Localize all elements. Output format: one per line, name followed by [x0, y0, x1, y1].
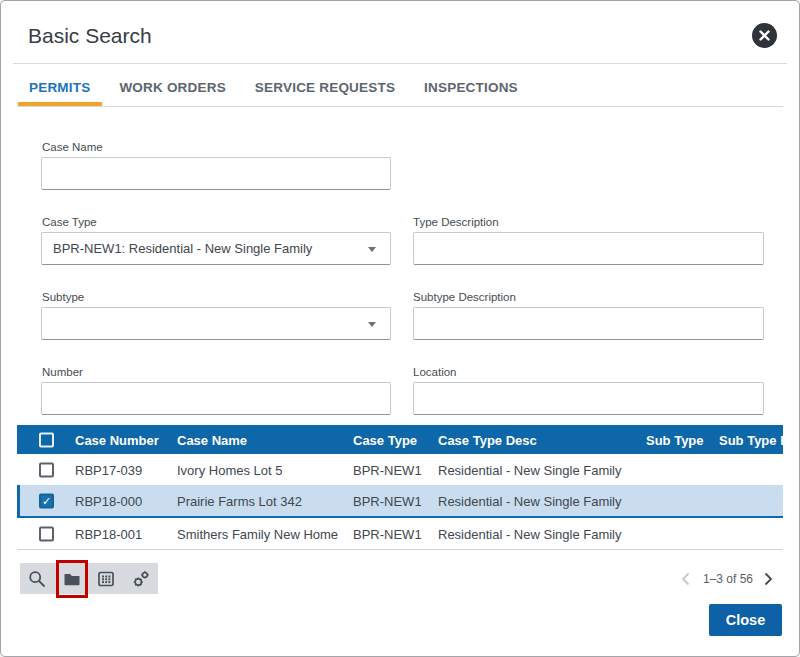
case-type-select[interactable]: BPR-NEW1: Residential - New Single Famil…	[41, 232, 391, 265]
close-icon[interactable]	[752, 23, 777, 48]
tab-permits[interactable]: PERMITS	[29, 80, 90, 95]
cell-case-number: RBP18-000	[75, 493, 142, 508]
table-row[interactable]: RBP18-001 Smithers Family New Home BPR-N…	[17, 518, 783, 549]
case-name-input[interactable]	[41, 157, 391, 190]
tab-inspections[interactable]: INSPECTIONS	[424, 80, 518, 95]
cell-case-type: BPR-NEW1	[353, 493, 422, 508]
case-type-selected-value: BPR-NEW1: Residential - New Single Famil…	[53, 241, 312, 256]
page-title: Basic Search	[28, 24, 152, 48]
gears-icon[interactable]	[132, 570, 150, 588]
subtype-description-input[interactable]	[413, 307, 764, 340]
column-header-sub-type: Sub Type	[646, 432, 704, 447]
results-toolbar	[20, 563, 158, 594]
table-row[interactable]: RBP17-039 Ivory Homes Lot 5 BPR-NEW1 Res…	[17, 454, 783, 485]
basic-search-dialog: Basic Search PERMITS WORK ORDERS SERVICE…	[0, 0, 800, 657]
column-header-case-type-desc: Case Type Desc	[438, 432, 537, 447]
row-checkbox[interactable]	[39, 493, 54, 508]
cell-case-type-desc: Residential - New Single Family	[438, 462, 622, 477]
results-table: Case Number Case Name Case Type Case Typ…	[17, 425, 783, 550]
cell-case-type: BPR-NEW1	[353, 526, 422, 541]
next-page-icon[interactable]	[764, 572, 775, 586]
tab-service-requests[interactable]: SERVICE REQUESTS	[255, 80, 395, 95]
row-checkbox[interactable]	[39, 462, 54, 477]
subtype-select[interactable]	[41, 307, 391, 340]
title-divider	[13, 63, 787, 64]
subtype-description-label: Subtype Description	[413, 291, 516, 303]
tab-work-orders[interactable]: WORK ORDERS	[119, 80, 225, 95]
cell-case-type-desc: Residential - New Single Family	[438, 493, 622, 508]
column-header-case-type: Case Type	[353, 432, 417, 447]
selected-row-indicator	[17, 485, 20, 516]
case-name-label: Case Name	[42, 141, 103, 153]
folder-icon[interactable]	[63, 570, 81, 588]
tabs-divider	[17, 106, 783, 107]
cell-case-number: RBP17-039	[75, 462, 142, 477]
cell-case-type: BPR-NEW1	[353, 462, 422, 477]
pagination: 1–3 of 56	[681, 563, 775, 594]
cell-case-name: Ivory Homes Lot 5	[177, 462, 283, 477]
location-input[interactable]	[413, 382, 764, 415]
cell-case-name: Prairie Farms Lot 342	[177, 493, 302, 508]
column-header-case-name: Case Name	[177, 432, 247, 447]
number-input[interactable]	[41, 382, 391, 415]
table-row[interactable]: RBP18-000 Prairie Farms Lot 342 BPR-NEW1…	[17, 485, 783, 518]
column-header-sub-type-desc: Sub Type Desc	[719, 432, 783, 447]
pagination-label: 1–3 of 56	[703, 572, 753, 586]
chevron-down-icon	[368, 322, 376, 327]
select-all-checkbox[interactable]	[39, 432, 54, 447]
row-checkbox[interactable]	[39, 526, 54, 541]
tab-bar: PERMITS WORK ORDERS SERVICE REQUESTS INS…	[29, 80, 518, 95]
column-header-case-number: Case Number	[75, 432, 159, 447]
type-description-input[interactable]	[413, 232, 764, 265]
close-button[interactable]: Close	[709, 604, 782, 636]
cell-case-name: Smithers Family New Home	[177, 526, 338, 541]
case-type-label: Case Type	[42, 216, 97, 228]
search-icon[interactable]	[28, 570, 46, 588]
chevron-down-icon	[368, 247, 376, 252]
type-description-label: Type Description	[413, 216, 499, 228]
previous-page-icon[interactable]	[681, 572, 692, 586]
cell-case-type-desc: Residential - New Single Family	[438, 526, 622, 541]
table-grid-icon[interactable]	[97, 570, 115, 588]
table-header-row: Case Number Case Name Case Type Case Typ…	[17, 425, 783, 454]
cell-case-number: RBP18-001	[75, 526, 142, 541]
subtype-label: Subtype	[42, 291, 84, 303]
x-glyph	[759, 30, 770, 41]
number-label: Number	[42, 366, 83, 378]
location-label: Location	[413, 366, 456, 378]
